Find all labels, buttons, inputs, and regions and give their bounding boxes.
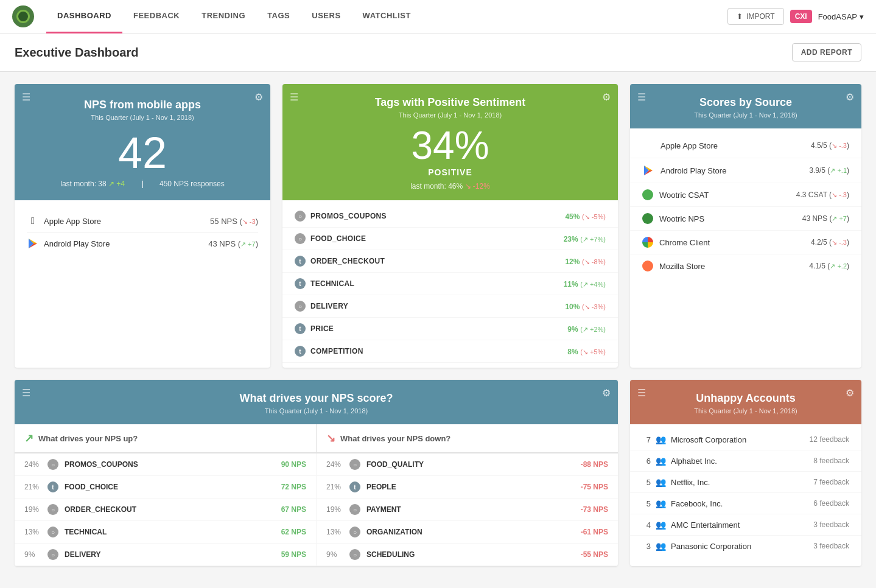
tags-settings-icon[interactable]: ⚙ [602,91,611,103]
divider: | [142,180,142,188]
nps-card-header: ☰ NPS from mobile apps This Quarter (Jul… [15,84,270,200]
tags-last-month: last month: 46% ↘ -12% [410,182,490,191]
drives-up-1[interactable]: 24%○PROMOS_COUPONS 90 NPS [15,453,317,475]
drives-data-row-1: 24%○PROMOS_COUPONS 90 NPS 24%○FOOD_QUALI… [15,453,618,476]
unhappy-row-amc[interactable]: 4 👥 AMC Entertainment 3 feedback [630,514,861,536]
tag-row-price[interactable]: tPRICE 9% (↗ +2%) [282,318,618,340]
drives-up-2[interactable]: 21%tFOOD_CHOICE 72 NPS [15,476,317,498]
score-row-mozilla[interactable]: Mozilla Store 4.1/5 (↗ +.2) [630,254,861,278]
unhappy-row-microsoft[interactable]: 7 👥 Microsoft Corporation 12 feedback [630,429,861,450]
drives-subtitle: This Quarter (July 1 - Nov 1, 2018) [27,407,606,415]
tags-filter-icon[interactable]: ☰ [290,91,298,103]
source-row-android[interactable]: Android Play Store 43 NPS (↗ +7) [27,233,258,254]
row-2: ☰ What drives your NPS score? This Quart… [15,380,861,566]
tags-delta: ↘ -12% [465,182,490,191]
tag-row-food[interactable]: ○FOOD_CHOICE 23% (↗ +7%) [282,228,618,250]
drives-data-row-4: 13%○TECHNICAL 62 NPS 13%○ORGANIZATION -6… [15,521,618,544]
unhappy-row-facebook[interactable]: 5 👥 Facebook, Inc. 6 feedback [630,493,861,514]
mozilla-icon [642,261,653,271]
score-row-wootric-csat[interactable]: Wootric CSAT 4.3 CSAT (↘ -.3) [630,183,861,207]
drives-col-headers: ↗ What drives your NPS up? ↘ What drives… [15,424,618,453]
wootric-csat-icon [642,189,653,200]
nav-watchlist[interactable]: WATCHLIST [352,0,422,33]
nav-trending[interactable]: TRENDING [191,0,256,33]
score-row-android[interactable]: Android Play Store 3.9/5 (↗ +.1) [630,158,861,183]
apple-icon-scores [642,139,654,152]
apple-icon:  [27,215,39,227]
tags-card-header: ☰ Tags with Positive Sentiment This Quar… [282,84,618,200]
logo[interactable] [12,5,34,27]
unhappy-people-icon-2: 👥 [656,456,666,466]
nav-feedback[interactable]: FEEDBACK [122,0,191,33]
tag-row-technical[interactable]: tTECHNICAL 11% (↗ +4%) [282,273,618,295]
drives-settings-icon[interactable]: ⚙ [602,387,611,399]
add-report-button[interactable]: ADD REPORT [792,43,861,61]
unhappy-row-panasonic[interactable]: 3 👥 Panasonic Corporation 3 feedback [630,536,861,556]
account-name[interactable]: FoodASAP ▾ [818,12,864,21]
tag-icon-food: ○ [295,233,306,244]
unhappy-title: Unhappy Accounts [642,392,849,405]
scores-settings-icon[interactable]: ⚙ [846,91,854,103]
tags-label: POSITIVE [295,167,606,177]
drives-down-2[interactable]: 21%tPEOPLE -75 NPS [317,476,618,498]
drives-down-icon-4: ○ [349,527,360,537]
page-title: Executive Dashboard [15,46,138,60]
drives-down-icon-3: ○ [349,504,360,515]
score-row-chrome[interactable]: Chrome Client 4.2/5 (↘ -.3) [630,231,861,254]
drives-down-1[interactable]: 24%○FOOD_QUALITY -88 NPS [317,453,618,475]
tag-row-delivery[interactable]: ○DELIVERY 10% (↘ -3%) [282,295,618,318]
drives-down-icon-2: t [349,481,360,492]
play-store-icon [27,237,39,250]
drives-down-5[interactable]: 9%○SCHEDULING -55 NPS [317,544,618,565]
tag-icon-competition: t [295,346,306,357]
chrome-icon [642,237,653,248]
apple-store-score: 55 NPS (↘ -3) [210,217,258,226]
filter-icon[interactable]: ☰ [22,91,30,103]
nps-card-body:  Apple App Store 55 NPS (↘ -3) Android … [15,200,270,264]
unhappy-filter-icon[interactable]: ☰ [637,387,646,399]
unhappy-row-alphabet[interactable]: 6 👥 Alphabet Inc. 8 feedback [630,450,861,472]
unhappy-settings-icon[interactable]: ⚙ [846,387,854,399]
nav-tags[interactable]: TAGS [256,0,301,33]
navigation: DASHBOARD FEEDBACK TRENDING TAGS USERS W… [0,0,876,33]
drives-up-3[interactable]: 19%○ORDER_CHECKOUT 67 NPS [15,499,317,520]
tag-row-competition[interactable]: tCOMPETITION 8% (↘ +5%) [282,340,618,363]
page-header: Executive Dashboard ADD REPORT [0,33,876,72]
score-row-wootric-nps[interactable]: Wootric NPS 43 NPS (↗ +7) [630,207,861,231]
chevron-down-icon: ▾ [860,12,864,21]
tag-row-checkout[interactable]: tORDER_CHECKOUT 12% (↘ -8%) [282,250,618,273]
nps-subtitle: This Quarter (July 1 - Nov 1, 2018) [27,114,258,121]
drives-up-4[interactable]: 13%○TECHNICAL 62 NPS [15,521,317,543]
unhappy-people-icon-4: 👥 [656,499,666,508]
import-label: IMPORT [746,12,774,21]
import-button[interactable]: ⬆ IMPORT [727,8,783,25]
scores-card: ☰ Scores by Source This Quarter (July 1 … [630,84,861,368]
settings-icon[interactable]: ⚙ [254,91,263,103]
unhappy-row-netflix[interactable]: 5 👥 Netflix, Inc. 7 feedback [630,472,861,493]
score-row-apple[interactable]: Apple App Store 4.5/5 (↘ -.3) [630,133,861,158]
logo-inner [16,10,30,23]
import-icon: ⬆ [737,12,743,21]
tag-row-promos[interactable]: ○PROMOS_COUPONS 45% (↘ -5%) [282,205,618,228]
up-arrow-icon: ↗ [24,432,33,445]
drives-up-5[interactable]: 9%○DELIVERY 59 NPS [15,544,317,565]
drives-card-header: ☰ What drives your NPS score? This Quart… [15,380,618,424]
nav-users[interactable]: USERS [301,0,351,33]
drives-down-icon-5: ○ [349,549,360,560]
drives-down-3[interactable]: 19%○PAYMENT -73 NPS [317,499,618,520]
nav-dashboard[interactable]: DASHBOARD [46,0,122,33]
unhappy-people-icon-6: 👥 [656,541,666,551]
main-content: ☰ NPS from mobile apps This Quarter (Jul… [0,72,876,578]
drives-up-label: What drives your NPS up? [38,434,138,443]
nav-right: ⬆ IMPORT CXI FoodASAP ▾ [727,8,864,25]
tag-icon-promos: ○ [295,211,306,222]
tags-card: ☰ Tags with Positive Sentiment This Quar… [282,84,618,368]
unhappy-card-header: ☰ Unhappy Accounts This Quarter (July 1 … [630,380,861,424]
drives-filter-icon[interactable]: ☰ [22,387,30,399]
tag-icon-checkout: t [295,256,306,267]
drives-down-icon-1: ○ [349,459,360,470]
nps-meta: last month: 38 ↗ +4 | 450 NPS responses [27,180,258,188]
scores-filter-icon[interactable]: ☰ [637,91,646,103]
drives-down-4[interactable]: 13%○ORGANIZATION -61 NPS [317,521,618,543]
source-row-apple[interactable]:  Apple App Store 55 NPS (↘ -3) [27,210,258,233]
